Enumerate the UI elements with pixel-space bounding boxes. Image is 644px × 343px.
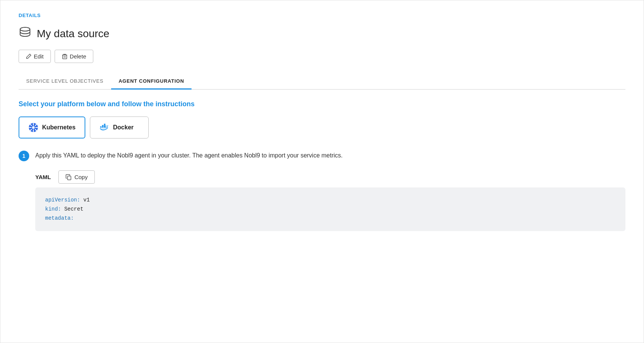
section-title: Select your platform below and follow th…: [19, 100, 625, 108]
docker-label: Docker: [113, 124, 134, 131]
edit-button[interactable]: Edit: [19, 50, 51, 63]
copy-button[interactable]: Copy: [58, 170, 95, 184]
step-1-text: Apply this YAML to deploy the Nobl9 agen…: [35, 150, 343, 160]
code-line-1: apiVersion: v1: [45, 196, 616, 205]
yaml-label: YAML: [35, 174, 51, 180]
datasource-header: My data source: [19, 26, 625, 41]
svg-rect-19: [104, 124, 105, 125]
svg-rect-14: [100, 126, 102, 128]
docker-platform-button[interactable]: Docker: [90, 116, 149, 138]
kubernetes-platform-button[interactable]: Kubernetes: [19, 116, 85, 138]
svg-point-5: [32, 126, 35, 129]
details-label: DETAILS: [19, 13, 625, 18]
database-icon: [19, 26, 31, 41]
edit-icon: [26, 53, 31, 59]
page-container: DETAILS My data source Edit: [0, 0, 644, 343]
kubernetes-icon: [28, 123, 38, 132]
docker-icon: [99, 123, 109, 132]
code-line-3: metadata:: [45, 214, 616, 223]
step-1-row: 1 Apply this YAML to deploy the Nobl9 ag…: [19, 150, 625, 161]
trash-icon: [62, 53, 68, 59]
code-val-2: Secret: [61, 206, 83, 212]
platform-buttons: Kubernetes Docker: [19, 116, 625, 138]
svg-rect-17: [102, 125, 104, 127]
tabs: SERVICE LEVEL OBJECTIVES AGENT CONFIGURA…: [19, 74, 625, 90]
action-buttons: Edit Delete: [19, 50, 625, 63]
svg-rect-15: [102, 126, 104, 128]
datasource-title: My data source: [37, 28, 109, 40]
code-block: apiVersion: v1 kind: Secret metadata:: [35, 187, 625, 231]
code-key-3: metadata:: [45, 215, 74, 221]
code-val-1: v1: [80, 197, 90, 203]
svg-rect-20: [68, 176, 71, 180]
step-1-badge: 1: [19, 151, 29, 161]
copy-icon: [66, 174, 72, 180]
yaml-toolbar: YAML Copy: [19, 170, 625, 184]
copy-button-label: Copy: [74, 174, 88, 180]
delete-button[interactable]: Delete: [55, 50, 93, 63]
svg-point-0: [20, 27, 30, 31]
agent-config-content: Select your platform below and follow th…: [19, 100, 625, 231]
code-key-1: apiVersion:: [45, 197, 80, 203]
tab-slo[interactable]: SERVICE LEVEL OBJECTIVES: [19, 74, 111, 90]
code-key-2: kind:: [45, 206, 61, 212]
yaml-section: YAML Copy apiVersion: v1 kind: Secret: [19, 170, 625, 231]
delete-label: Delete: [70, 53, 86, 60]
svg-rect-1: [63, 55, 67, 59]
kubernetes-label: Kubernetes: [42, 124, 75, 131]
tab-agent-config[interactable]: AGENT CONFIGURATION: [111, 74, 192, 90]
code-line-2: kind: Secret: [45, 205, 616, 214]
edit-label: Edit: [34, 53, 44, 60]
